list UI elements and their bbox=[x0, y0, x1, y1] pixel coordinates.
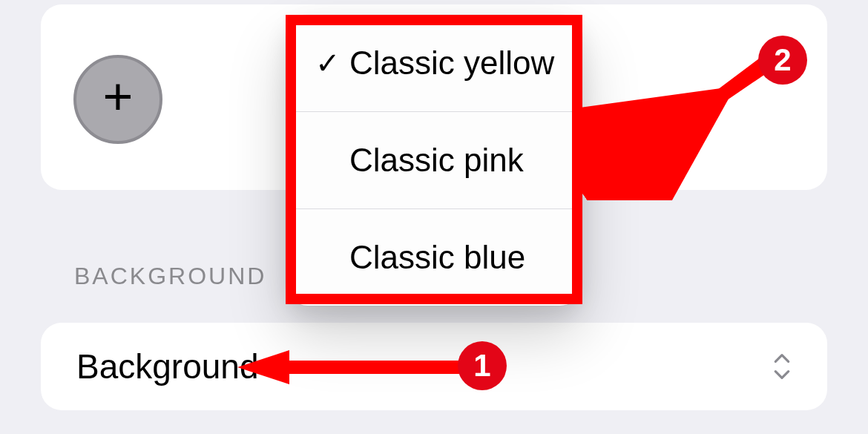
background-options-popup: ✓ Classic yellow Classic pink Classic bl… bbox=[286, 15, 582, 306]
background-section-header: BACKGROUND bbox=[74, 263, 266, 290]
plus-icon: + bbox=[103, 70, 134, 122]
add-widget-button[interactable]: + bbox=[73, 55, 162, 144]
option-label: Classic pink bbox=[349, 142, 524, 179]
option-classic-pink[interactable]: Classic pink bbox=[286, 111, 582, 208]
background-row-label: Background bbox=[76, 346, 259, 387]
option-classic-blue[interactable]: Classic blue bbox=[286, 208, 582, 306]
background-row[interactable]: Background bbox=[41, 323, 827, 410]
option-classic-yellow[interactable]: ✓ Classic yellow bbox=[286, 15, 582, 111]
checkmark-icon: ✓ bbox=[309, 46, 346, 80]
updown-chevrons-icon bbox=[772, 352, 792, 381]
option-label: Classic yellow bbox=[349, 45, 554, 82]
option-label: Classic blue bbox=[349, 239, 525, 276]
